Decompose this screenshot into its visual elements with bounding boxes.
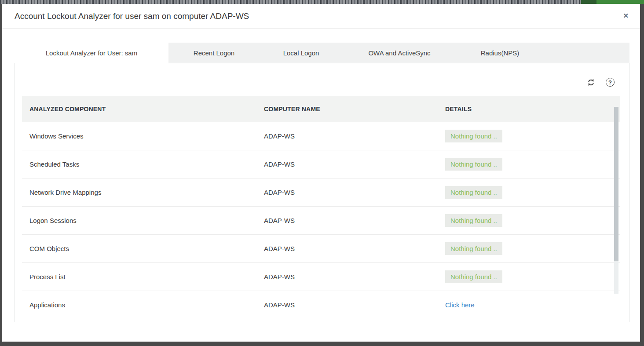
click-here-link[interactable]: Click here xyxy=(445,301,475,309)
table-row: Process List ADAP-WS Nothing found .. xyxy=(22,262,620,291)
dialog-title-bar: Account Lockout Analyzer for user sam on… xyxy=(2,4,640,29)
computer-name-cell: ADAP-WS xyxy=(264,217,445,224)
details-cell: Nothing found .. xyxy=(445,270,620,283)
analyzed-component-cell: Process List xyxy=(29,273,264,280)
details-cell: Nothing found .. xyxy=(445,130,620,142)
tab-owa-activesync[interactable]: OWA and ActiveSync xyxy=(343,43,456,63)
refresh-icon[interactable] xyxy=(587,78,595,87)
column-header-analyzed-component: ANALYZED COMPONENT xyxy=(29,106,264,113)
close-icon[interactable]: ✕ xyxy=(623,12,629,19)
computer-name-cell: ADAP-WS xyxy=(264,160,445,168)
nothing-found-badge[interactable]: Nothing found .. xyxy=(445,270,502,283)
tab-local-logon[interactable]: Local Logon xyxy=(260,43,343,63)
tab-bar: Lockout Analyzer for User: sam Recent Lo… xyxy=(15,43,629,63)
analyzed-component-cell: Logon Sessions xyxy=(29,217,264,224)
nothing-found-badge[interactable]: Nothing found .. xyxy=(445,158,502,171)
table-row: Windows Services ADAP-WS Nothing found .… xyxy=(22,122,620,150)
table-row: COM Objects ADAP-WS Nothing found .. xyxy=(22,234,620,262)
computer-name-cell: ADAP-WS xyxy=(264,132,445,140)
table-row: Applications ADAP-WS Click here xyxy=(22,291,620,319)
table-scrollbar-track[interactable] xyxy=(614,107,618,294)
nothing-found-badge[interactable]: Nothing found .. xyxy=(445,214,502,227)
nothing-found-badge[interactable]: Nothing found .. xyxy=(445,186,502,199)
table-row: Network Drive Mappings ADAP-WS Nothing f… xyxy=(22,178,620,206)
account-lockout-analyzer-dialog: Account Lockout Analyzer for user sam on… xyxy=(2,4,640,342)
computer-name-cell: ADAP-WS xyxy=(264,301,445,309)
details-cell: Nothing found .. xyxy=(445,158,620,171)
dialog-title: Account Lockout Analyzer for user sam on… xyxy=(15,4,249,29)
tab-lockout-analyzer[interactable]: Lockout Analyzer for User: sam xyxy=(15,43,168,63)
analyzer-results-table: ANALYZED COMPONENT COMPUTER NAME DETAILS… xyxy=(22,96,620,319)
computer-name-cell: ADAP-WS xyxy=(264,273,445,280)
help-icon[interactable]: ? xyxy=(606,78,615,87)
analyzed-component-cell: COM Objects xyxy=(29,245,264,252)
column-header-computer-name: COMPUTER NAME xyxy=(264,106,445,113)
panel-toolbar: ? xyxy=(587,78,615,87)
column-header-details: DETAILS xyxy=(445,106,620,113)
details-cell: Nothing found .. xyxy=(445,214,620,227)
analyzed-component-cell: Applications xyxy=(29,301,264,309)
table-row: Scheduled Tasks ADAP-WS Nothing found .. xyxy=(22,150,620,178)
table-header-row: ANALYZED COMPONENT COMPUTER NAME DETAILS xyxy=(22,96,620,122)
nothing-found-badge[interactable]: Nothing found .. xyxy=(445,242,502,255)
table-scrollbar-thumb[interactable] xyxy=(614,107,618,261)
background-page-sliver xyxy=(0,0,644,4)
tab-content-panel: ? ANALYZED COMPONENT COMPUTER NAME DETAI… xyxy=(15,63,629,322)
details-cell: Nothing found .. xyxy=(445,242,620,255)
details-cell: Nothing found .. xyxy=(445,186,620,199)
computer-name-cell: ADAP-WS xyxy=(264,245,445,252)
analyzed-component-cell: Network Drive Mappings xyxy=(29,189,264,196)
tab-recent-logon[interactable]: Recent Logon xyxy=(168,43,260,63)
tab-radius-nps[interactable]: Radius(NPS) xyxy=(456,43,544,63)
table-row: Logon Sessions ADAP-WS Nothing found .. xyxy=(22,206,620,234)
nothing-found-badge[interactable]: Nothing found .. xyxy=(445,130,502,142)
analyzed-component-cell: Scheduled Tasks xyxy=(29,160,264,168)
analyzed-component-cell: Windows Services xyxy=(29,132,264,140)
details-cell: Click here xyxy=(445,301,620,309)
computer-name-cell: ADAP-WS xyxy=(264,189,445,196)
